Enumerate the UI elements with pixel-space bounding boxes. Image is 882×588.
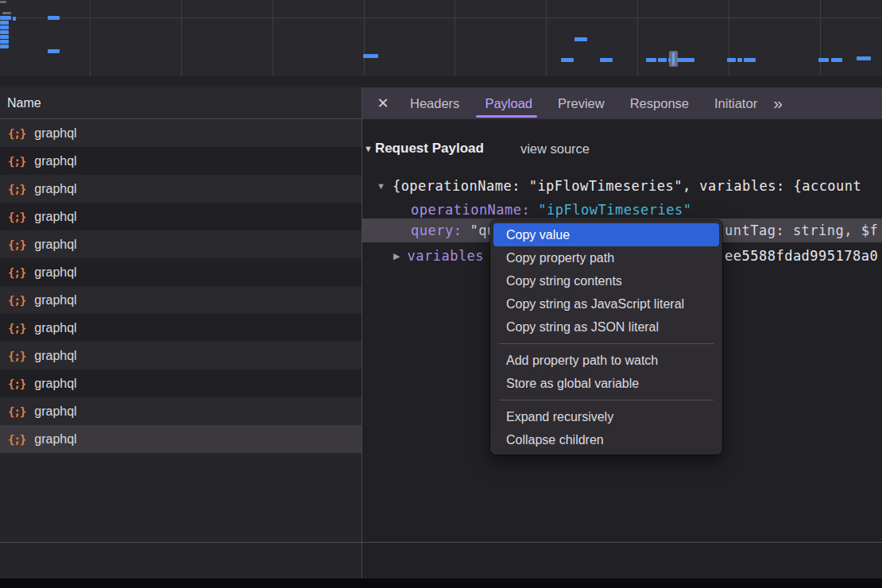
json-braces-icon: {;} xyxy=(8,294,25,307)
menu-item-copy-string-as-javascript-literal[interactable]: Copy string as JavaScript literal xyxy=(493,292,719,315)
request-row[interactable]: {;} graphql xyxy=(0,342,362,369)
timeline-gridline-vertical xyxy=(90,0,91,76)
request-name-label: graphql xyxy=(34,182,76,196)
request-row[interactable]: {;} graphql xyxy=(0,286,362,314)
timeline-gridline-vertical xyxy=(729,0,729,76)
network-request-bar[interactable] xyxy=(574,37,587,41)
request-payload-header: ▼ Request Payload view source xyxy=(364,140,590,157)
tab-initiator[interactable]: Initiator xyxy=(702,87,770,119)
view-source-link[interactable]: view source xyxy=(520,141,590,157)
collapse-triangle-icon[interactable]: ▼ xyxy=(364,144,373,153)
more-tabs-button[interactable]: » xyxy=(773,94,783,113)
request-name-label: graphql xyxy=(34,293,76,308)
request-name-label: graphql xyxy=(34,404,76,419)
json-braces-icon: {;} xyxy=(8,433,25,446)
close-icon: ✕ xyxy=(377,95,389,112)
network-request-bar[interactable] xyxy=(658,58,667,62)
request-row[interactable]: {;} graphql xyxy=(0,230,362,258)
network-request-bar[interactable] xyxy=(668,58,671,62)
payload-preview-row[interactable]: ▼ {operationName: "ipFlowTimeseries", va… xyxy=(362,176,882,195)
name-column-header[interactable]: Name xyxy=(0,87,362,119)
timeline-gridline-vertical xyxy=(364,0,365,76)
request-row[interactable]: {;} graphql xyxy=(0,203,362,230)
network-request-bar[interactable] xyxy=(857,56,871,60)
network-request-bar[interactable] xyxy=(48,16,60,20)
request-row[interactable]: {;} graphql xyxy=(0,147,362,175)
timeline-gridline-horizontal xyxy=(0,17,882,18)
property-key: variables xyxy=(407,248,484,264)
json-braces-icon: {;} xyxy=(8,377,25,390)
menu-separator xyxy=(499,400,714,400)
context-menu: Copy valueCopy property pathCopy string … xyxy=(490,220,722,455)
network-request-bar[interactable] xyxy=(0,16,11,20)
menu-item-expand-recursively[interactable]: Expand recursively xyxy=(493,405,719,428)
request-row[interactable]: {;} graphql xyxy=(0,314,362,342)
network-request-bar[interactable] xyxy=(13,17,16,21)
network-request-bar[interactable] xyxy=(0,35,9,39)
network-request-bar[interactable] xyxy=(0,30,9,34)
network-request-bar[interactable] xyxy=(646,58,656,62)
timeline-gridline-vertical xyxy=(181,0,182,76)
timeline-gridline-vertical xyxy=(455,0,455,76)
request-row[interactable]: {;} graphql xyxy=(0,258,362,286)
request-row[interactable]: {;} graphql xyxy=(0,369,362,397)
network-request-bar[interactable] xyxy=(363,54,378,58)
network-request-bar[interactable] xyxy=(818,58,829,62)
tab-payload[interactable]: Payload xyxy=(472,87,545,119)
request-name-label: graphql xyxy=(34,154,76,168)
network-request-bar[interactable] xyxy=(737,58,742,62)
network-request-bar[interactable] xyxy=(677,58,694,62)
network-request-bar[interactable] xyxy=(831,58,842,62)
menu-item-collapse-children[interactable]: Collapse children xyxy=(493,428,719,451)
payload-preview-text: {operationName: "ipFlowTimeseries", vari… xyxy=(393,178,861,194)
request-row[interactable]: {;} graphql xyxy=(0,175,362,203)
json-braces-icon: {;} xyxy=(8,155,25,168)
network-request-bar[interactable] xyxy=(0,44,9,48)
network-request-bar[interactable] xyxy=(0,25,9,29)
property-key: query: xyxy=(411,222,462,238)
network-request-bar[interactable] xyxy=(561,58,574,62)
menu-item-copy-string-as-json-literal[interactable]: Copy string as JSON literal xyxy=(493,315,719,338)
timeline-overview[interactable] xyxy=(0,0,882,77)
network-request-bar[interactable] xyxy=(600,58,613,62)
tab-headers[interactable]: Headers xyxy=(397,87,472,119)
section-title: Request Payload xyxy=(375,141,484,157)
request-name-label: graphql xyxy=(34,210,76,224)
request-row[interactable]: {;} graphql xyxy=(0,397,362,425)
json-braces-icon: {;} xyxy=(8,405,25,418)
network-request-bar[interactable] xyxy=(2,12,11,14)
timeline-gridline-vertical xyxy=(820,0,821,76)
network-request-bar[interactable] xyxy=(0,21,9,25)
request-row[interactable]: {;} graphql xyxy=(0,119,362,147)
expanded-triangle-icon[interactable]: ▼ xyxy=(377,181,385,191)
request-name-label: graphql xyxy=(34,321,76,335)
property-key: operationName: xyxy=(411,202,530,218)
tab-response[interactable]: Response xyxy=(617,87,702,119)
network-request-bar[interactable] xyxy=(0,40,9,44)
tree-row-operationname[interactable]: operationName: "ipFlowTimeseries" xyxy=(362,200,882,219)
menu-item-copy-property-path[interactable]: Copy property path xyxy=(493,246,719,269)
network-request-bar[interactable] xyxy=(0,1,6,3)
network-request-bar[interactable] xyxy=(744,58,756,62)
panel-bottom-divider xyxy=(0,542,882,543)
request-rows: {;} graphql {;} graphql {;} graphql {;} … xyxy=(0,119,362,453)
json-braces-icon: {;} xyxy=(8,238,25,251)
collapsed-triangle-icon[interactable]: ▶ xyxy=(393,251,400,261)
menu-item-add-property-path-to-watch[interactable]: Add property path to watch xyxy=(493,349,719,372)
detail-tab-bar: ✕ HeadersPayloadPreviewResponseInitiator… xyxy=(362,87,882,119)
close-panel-button[interactable]: ✕ xyxy=(369,87,397,119)
json-braces-icon: {;} xyxy=(8,350,25,362)
json-braces-icon: {;} xyxy=(8,127,25,140)
network-request-bar[interactable] xyxy=(48,49,60,53)
devtools-network-panel: Name {;} graphql {;} graphql {;} graphql… xyxy=(0,0,882,588)
menu-item-copy-string-contents[interactable]: Copy string contents xyxy=(493,269,719,292)
network-request-bar[interactable] xyxy=(727,58,736,62)
tab-preview[interactable]: Preview xyxy=(545,87,617,119)
request-name-label: graphql xyxy=(34,265,76,280)
property-value-continuation: ee5588fdad995178a0 xyxy=(725,246,878,266)
request-row[interactable]: {;} graphql xyxy=(0,425,362,453)
timeline-gridline-vertical xyxy=(273,0,273,76)
timeline-gridline-vertical xyxy=(637,0,638,76)
menu-item-copy-value[interactable]: Copy value xyxy=(493,223,719,246)
menu-item-store-as-global-variable[interactable]: Store as global variable xyxy=(493,372,719,395)
